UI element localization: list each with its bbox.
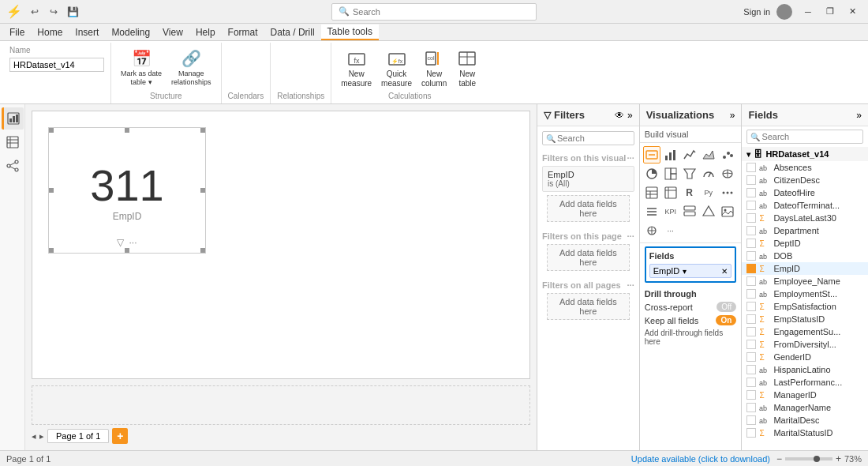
visual-card[interactable]: 311 EmpID ▽ ···: [48, 127, 206, 254]
next-page-icon[interactable]: ▸: [39, 431, 44, 442]
update-notice[interactable]: Update available (click to download): [631, 454, 770, 464]
viz-expand-icon[interactable]: »: [730, 110, 735, 121]
menu-help[interactable]: Help: [189, 25, 222, 39]
menu-format[interactable]: Format: [222, 25, 264, 39]
field-row[interactable]: abcLastPerformanc...: [742, 376, 868, 389]
field-row[interactable]: abcHispanicLatino: [742, 363, 868, 376]
close-button[interactable]: ✕: [843, 4, 862, 20]
menu-file[interactable]: File: [3, 25, 31, 39]
add-drill-button[interactable]: Add drill-through fields here: [645, 329, 737, 346]
add-page-button[interactable]: +: [112, 428, 128, 444]
filters-visual-more[interactable]: ···: [627, 153, 634, 163]
viz-matrix-icon[interactable]: [662, 184, 679, 201]
field-tag-empid[interactable]: EmpID ▾ ✕: [649, 264, 732, 278]
viz-python-icon[interactable]: Py: [700, 184, 717, 201]
viz-bar-icon[interactable]: [662, 146, 679, 163]
visual-filter-icon[interactable]: ▽: [117, 237, 124, 248]
new-table-button[interactable]: Newtable: [453, 46, 481, 90]
field-row[interactable]: ΣFromDiversityl...: [742, 338, 868, 351]
field-row[interactable]: ΣEmpStatusID: [742, 313, 868, 325]
quick-measure-button[interactable]: ⚡fx Quickmeasure: [378, 46, 415, 90]
add-data-allpages-button[interactable]: Add data fields here: [547, 293, 630, 320]
cross-report-toggle[interactable]: Off: [716, 302, 736, 312]
minimize-button[interactable]: ─: [799, 4, 817, 20]
dataset-header[interactable]: ▾ 🗄 HRDataset_v14: [742, 147, 868, 161]
viz-map-icon[interactable]: [719, 165, 736, 182]
field-row[interactable]: ΣDaysLateLast30: [742, 212, 868, 224]
fields-search-box[interactable]: 🔍: [746, 130, 863, 144]
resize-s[interactable]: [125, 248, 129, 253]
fields-search-input[interactable]: [761, 132, 859, 141]
field-row[interactable]: ΣGenderID: [742, 351, 868, 363]
viz-line-icon[interactable]: [681, 146, 698, 163]
field-row[interactable]: ΣEngagementSu...: [742, 325, 868, 338]
resize-n[interactable]: [125, 128, 129, 133]
data-view-icon[interactable]: [2, 131, 24, 153]
page-tab-1[interactable]: Page 1 of 1: [47, 429, 109, 443]
viz-multirow-icon[interactable]: [681, 203, 698, 220]
resize-e[interactable]: [200, 188, 205, 193]
field-row[interactable]: abcDepartment: [742, 224, 868, 237]
viz-pie-icon[interactable]: [643, 165, 660, 182]
visual-more-icon[interactable]: ···: [129, 237, 137, 248]
viz-card-icon[interactable]: [643, 146, 660, 163]
manage-relationships-button[interactable]: 🔗 Managerelationships: [168, 46, 215, 88]
field-row[interactable]: abcDateofHire: [742, 186, 868, 199]
filters-expand-icon[interactable]: »: [627, 110, 633, 121]
field-row[interactable]: abcCitizenDesc: [742, 174, 868, 186]
field-row[interactable]: ΣEmpSatisfaction: [742, 300, 868, 313]
zoom-slider[interactable]: [785, 457, 832, 460]
viz-r-icon[interactable]: R: [681, 184, 698, 201]
viz-table-icon[interactable]: [643, 184, 660, 201]
title-search-input[interactable]: [353, 7, 529, 17]
filter-item-empid[interactable]: EmpID is (All): [542, 166, 634, 192]
menu-data-drill[interactable]: Data / Drill: [264, 25, 321, 39]
field-row[interactable]: ΣDeptID: [742, 237, 868, 250]
add-data-page-button[interactable]: Add data fields here: [547, 244, 630, 271]
field-tag-remove[interactable]: ✕: [721, 267, 728, 276]
field-row[interactable]: abcEmployee_Name: [742, 275, 868, 287]
field-row[interactable]: ΣEmpID: [742, 262, 868, 275]
viz-area-icon[interactable]: [700, 146, 717, 163]
field-row[interactable]: abcDateofTerminat...: [742, 199, 868, 212]
field-row[interactable]: abcManagerName: [742, 401, 868, 414]
model-view-icon[interactable]: [2, 155, 24, 177]
filters-search-input[interactable]: [557, 133, 630, 143]
report-canvas[interactable]: 311 EmpID ▽ ···: [32, 111, 530, 379]
mark-as-date-button[interactable]: 📅 Mark as datetable ▾: [118, 46, 165, 88]
zoom-controls[interactable]: − + 73%: [776, 453, 862, 464]
field-row[interactable]: abcAbsences: [742, 161, 868, 174]
viz-gauge-icon[interactable]: [700, 165, 717, 182]
field-tag-chevron[interactable]: ▾: [683, 267, 687, 276]
viz-more2-icon[interactable]: ···: [662, 222, 679, 239]
redo-icon[interactable]: ↪: [47, 6, 60, 18]
filters-allpages-more[interactable]: ···: [627, 280, 634, 290]
menu-home[interactable]: Home: [31, 25, 69, 39]
viz-scatter-icon[interactable]: [719, 146, 736, 163]
viz-shape-icon[interactable]: [700, 203, 717, 220]
menu-view[interactable]: View: [156, 25, 189, 39]
field-row[interactable]: ΣManagerID: [742, 389, 868, 401]
viz-more-icon[interactable]: [719, 184, 736, 201]
viz-extra-icon[interactable]: [643, 222, 660, 239]
filters-search-box[interactable]: 🔍: [542, 131, 634, 145]
viz-image-icon[interactable]: [719, 203, 736, 220]
resize-w[interactable]: [49, 188, 54, 193]
zoom-out-icon[interactable]: −: [776, 453, 782, 464]
menu-insert[interactable]: Insert: [69, 25, 105, 39]
menu-table-tools[interactable]: Table tools: [321, 24, 379, 40]
field-row[interactable]: abcEmploymentSt...: [742, 287, 868, 300]
field-row[interactable]: abcMaritalDesc: [742, 414, 868, 427]
viz-slicer-icon[interactable]: [643, 203, 660, 220]
field-row[interactable]: abcDOB: [742, 250, 868, 262]
resize-ne[interactable]: [200, 128, 205, 133]
fields-expand-icon[interactable]: »: [856, 110, 862, 121]
new-column-button[interactable]: col Newcolumn: [418, 46, 450, 90]
keep-fields-toggle[interactable]: On: [716, 315, 736, 325]
save-icon[interactable]: 💾: [66, 6, 79, 18]
resize-nw[interactable]: [49, 128, 54, 133]
viz-kpi-icon[interactable]: KPI: [662, 203, 679, 220]
filters-eye-icon[interactable]: 👁: [615, 110, 624, 121]
name-input[interactable]: [9, 58, 104, 72]
report-view-icon[interactable]: [2, 107, 24, 130]
